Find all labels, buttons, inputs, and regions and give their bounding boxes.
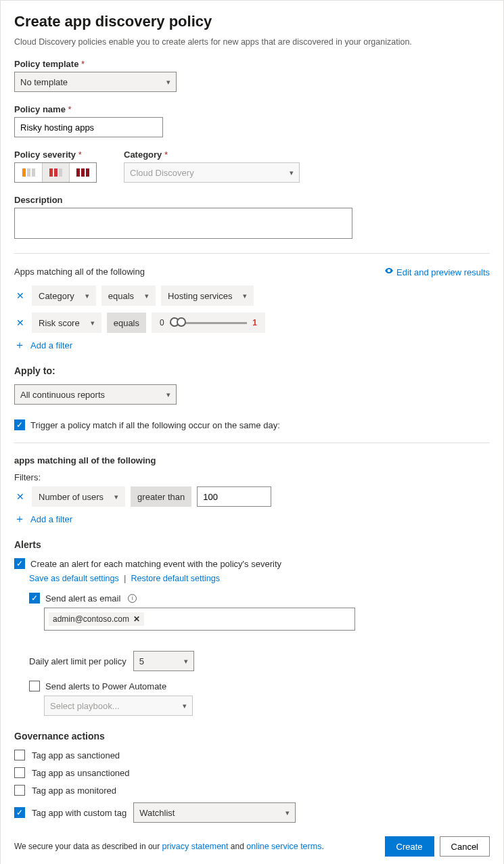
category-label: Category [124,150,168,160]
email-chip: admin@contoso.com ✕ [49,612,144,626]
slider-thumb-max[interactable] [177,317,186,327]
category-value: Cloud Discovery [130,168,284,178]
policy-name-input[interactable] [14,117,163,137]
remove-filter-icon[interactable]: ✕ [14,491,26,502]
slider-track [170,322,248,324]
remove-filter-icon[interactable]: ✕ [14,317,26,328]
cancel-button[interactable]: Cancel [440,836,490,857]
add-filter-button[interactable]: ＋ Add a filter [14,514,490,524]
chevron-down-icon: ▾ [243,292,247,300]
gov-custom-tag-checkbox[interactable] [14,807,25,818]
restore-default-link[interactable]: Restore default settings [131,574,220,583]
category-select: Cloud Discovery ▾ [124,162,300,183]
alerts-title: Alerts [14,539,490,550]
governance-title: Governance actions [14,731,490,742]
filter-field-label: Number of users [39,492,104,502]
gov-unsanctioned-row: Tag app as unsanctioned [14,767,490,778]
filter-row-category: ✕ Category▾ equals▾ Hosting services▾ [14,286,490,306]
filter-row-riskscore: ✕ Risk score▾ equals 0 1 [14,313,490,333]
trigger-same-day-label: Trigger a policy match if all the follow… [30,420,280,430]
policy-severity-label: Policy severity [14,150,82,160]
policy-template-value: No template [20,77,161,87]
filter-field-select[interactable]: Risk score▾ [32,313,101,333]
filter-field-label: Category [39,291,74,301]
chevron-down-icon: ▾ [85,292,89,300]
gov-sanctioned-label: Tag app as sanctioned [32,750,120,760]
daily-limit-value: 5 [139,656,179,666]
filter-value-input[interactable] [197,486,271,507]
gov-monitored-label: Tag app as monitored [32,786,116,796]
trigger-same-day-checkbox-row: Trigger a policy match if all the follow… [14,419,490,430]
chevron-down-icon: ▾ [285,809,290,817]
email-chip-text: admin@contoso.com [53,614,129,624]
policy-template-select[interactable]: No template ▾ [14,72,177,92]
edit-preview-link[interactable]: Edit and preview results [384,266,490,277]
severity-high[interactable] [69,163,96,182]
power-automate-checkbox[interactable] [29,681,40,691]
apply-to-value: All continuous reports [20,390,161,400]
divider [14,253,490,254]
chevron-down-icon: ▾ [183,702,187,710]
chevron-down-icon: ▾ [166,390,170,399]
remove-filter-icon[interactable]: ✕ [14,290,26,301]
gov-monitored-checkbox[interactable] [14,785,25,796]
apps-matching-title: Apps matching all of the following [14,267,145,277]
send-email-row: Send alert as email i [29,593,490,604]
chevron-down-icon: ▾ [166,78,170,87]
filter-field-select[interactable]: Category▾ [32,286,96,306]
filter-value-label: Hosting services [168,291,232,301]
apply-to-select[interactable]: All continuous reports ▾ [14,384,177,405]
playbook-placeholder: Select playbook... [50,701,177,711]
filter-op-select[interactable]: greater than [131,486,191,507]
severity-medium[interactable] [42,163,69,182]
custom-tag-value: Watchlist [139,808,280,818]
footer-and: and [229,842,247,851]
slider-min: 0 [160,318,164,327]
daily-limit-select[interactable]: 5 ▾ [133,651,194,671]
create-alert-label: Create an alert for each matching event … [30,559,281,569]
filter-row-users: ✕ Number of users▾ greater than [14,486,490,507]
page-description: Cloud Discovery policies enable you to c… [14,37,490,47]
remove-email-icon[interactable]: ✕ [133,614,140,624]
create-button[interactable]: Create [385,836,434,857]
description-input[interactable] [14,208,352,239]
add-filter-button[interactable]: ＋ Add a filter [14,340,490,350]
footer-text: We secure your data as described in our … [14,842,324,851]
filter-op-select[interactable]: equals [107,313,146,333]
filter-op-label: equals [114,318,139,328]
chevron-down-icon: ▾ [184,657,188,666]
save-default-link[interactable]: Save as default settings [29,574,119,583]
privacy-link[interactable]: privacy statement [162,842,229,851]
add-filter-label: Add a filter [30,340,72,350]
filter-field-select[interactable]: Number of users▾ [32,486,125,507]
gov-monitored-row: Tag app as monitored [14,785,490,796]
filter-value-select[interactable]: Hosting services▾ [161,286,254,306]
edit-preview-label: Edit and preview results [396,267,490,277]
severity-low[interactable] [15,163,42,182]
trigger-same-day-checkbox[interactable] [14,419,25,430]
filter-field-label: Risk score [39,318,80,328]
slider-max: 1 [252,318,257,327]
email-input[interactable]: admin@contoso.com ✕ [44,608,355,631]
chevron-down-icon: ▾ [91,319,95,327]
send-email-checkbox[interactable] [29,593,40,604]
gov-custom-tag-row: Tag app with custom tag Watchlist ▾ [14,802,490,823]
filters-label: Filters: [14,472,490,482]
plus-icon: ＋ [14,514,25,524]
risk-score-slider[interactable]: 0 1 [152,313,265,333]
filter-op-select[interactable]: equals▾ [101,286,156,306]
create-alert-row: Create an alert for each matching event … [14,558,490,569]
apps-matching-title-2: apps matching all of the following [14,455,490,465]
chevron-down-icon: ▾ [145,292,149,300]
terms-link[interactable]: online service terms [246,842,321,851]
gov-custom-tag-label: Tag app with custom tag [32,808,127,818]
gov-sanctioned-checkbox[interactable] [14,750,25,760]
footer-dot: . [321,842,323,851]
daily-limit-label: Daily alert limit per policy [29,656,127,666]
custom-tag-select[interactable]: Watchlist ▾ [133,802,296,823]
add-filter-label: Add a filter [30,514,72,524]
gov-unsanctioned-checkbox[interactable] [14,767,25,778]
policy-name-label: Policy name [14,104,72,114]
policy-template-label: Policy template [14,59,85,69]
create-alert-checkbox[interactable] [14,558,25,569]
